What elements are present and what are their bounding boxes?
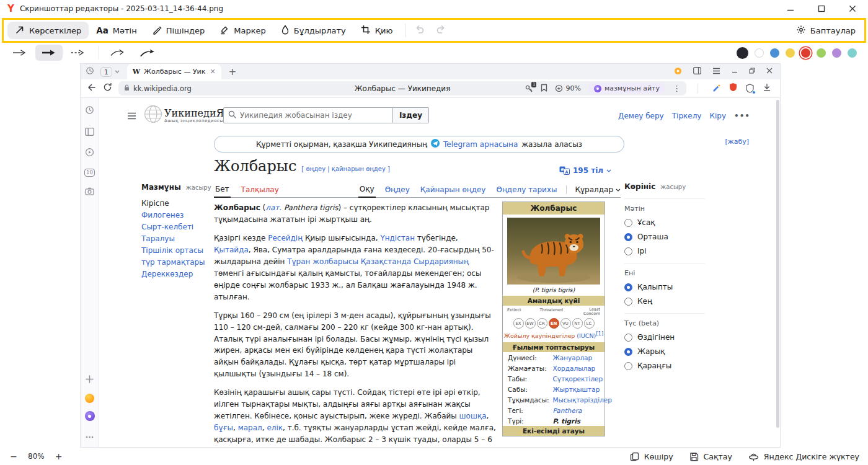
redo-button[interactable] (435, 24, 446, 37)
color-swatch-black[interactable] (737, 47, 748, 59)
tab-read[interactable]: Оқу (358, 185, 376, 198)
tab-edit[interactable]: Өңдеу (384, 185, 411, 197)
browser-close-icon[interactable] (766, 68, 773, 76)
settings-button[interactable]: Баптаулар (796, 25, 861, 37)
sidebar-panels-icon[interactable] (85, 126, 94, 138)
tab-count-badge[interactable]: 10 (84, 169, 95, 177)
color-swatch-red[interactable] (801, 48, 810, 58)
color-swatch-blue[interactable] (770, 48, 779, 58)
arrow-style-curved[interactable] (104, 45, 131, 61)
play-circle-icon[interactable] (85, 148, 94, 159)
toc-item[interactable]: Кіріспе (141, 198, 206, 210)
donate-link[interactable]: Демеу беру (618, 112, 664, 120)
status-ref[interactable]: [1] (596, 330, 603, 337)
radio-option[interactable]: Ұсақ (624, 218, 705, 227)
maximize-button[interactable] (817, 4, 826, 13)
wikipedia-logo[interactable] (144, 105, 162, 125)
tab-close-icon[interactable]: ✕ (210, 68, 215, 76)
arrow-style-tapered[interactable] (133, 45, 161, 61)
tiger-image[interactable] (507, 217, 600, 285)
toc-item[interactable]: Таралуы (141, 233, 206, 245)
language-selector[interactable]: ӘA 195 тіл (559, 166, 611, 175)
search-input-wrap[interactable] (223, 107, 393, 123)
upload-to-disk-button[interactable]: Яндекс Дискіге жүктеу (748, 452, 859, 461)
alice-assistant-icon[interactable] (85, 411, 95, 421)
title-edit-links[interactable]: [ өңдеу | қайнарын өңдеу ] (301, 166, 390, 172)
minimize-button[interactable] (786, 4, 795, 13)
scrollbar-thumb[interactable] (776, 100, 779, 428)
bookmark-icon[interactable] (541, 84, 547, 94)
toc-item[interactable]: түр тармақтары (141, 257, 206, 268)
radio-option[interactable]: Ірі (624, 247, 705, 255)
iucn-link[interactable]: (IUCN) (577, 332, 596, 339)
url-bar[interactable]: kk.wikipedia.org Жолбарыс — Уикипедия 1 … (118, 81, 686, 95)
color-swatch-yellow[interactable] (786, 48, 795, 58)
color-swatch-white[interactable] (755, 48, 764, 58)
new-tab-button[interactable]: + (229, 66, 237, 78)
editor-canvas[interactable]: 1 W Жолбарыс — Уикипед... ✕ + (0, 63, 868, 448)
page-scrollbar[interactable] (775, 98, 780, 447)
history-icon[interactable] (85, 105, 94, 117)
refresh-icon[interactable] (103, 82, 112, 94)
banner-close-link[interactable]: [жабу] (725, 138, 749, 146)
back-icon[interactable] (87, 82, 97, 95)
color-swatch-green[interactable] (817, 48, 826, 58)
more-options-icon[interactable]: ⋮ (673, 84, 681, 93)
add-icon[interactable] (86, 374, 94, 386)
toc-hide-link[interactable]: жасыру (186, 184, 211, 191)
toc-item[interactable]: Филогенез (141, 210, 206, 221)
zoom-in-button[interactable]: + (54, 451, 64, 461)
browser-restore-icon[interactable] (749, 68, 755, 76)
color-swatch-purple[interactable] (832, 48, 841, 58)
edit-pen-icon[interactable] (712, 82, 720, 94)
history-clock-icon[interactable] (86, 66, 94, 77)
tool-blur-button[interactable]: Бұлдырлату (273, 22, 353, 39)
toc-item[interactable]: Сырт-келбеті (141, 221, 206, 233)
tab-edit-source[interactable]: Қайнарын өңдеу (419, 185, 487, 197)
arrow-style-straight[interactable] (6, 45, 33, 61)
tool-text-button[interactable]: Аа Мәтін (89, 22, 144, 39)
search-input[interactable] (240, 111, 388, 120)
close-button[interactable] (848, 4, 857, 13)
key-icon[interactable]: 1 (525, 84, 533, 93)
browser-minimize-icon[interactable] (732, 68, 738, 76)
tool-arrows-button[interactable]: Көрсеткілер (7, 22, 89, 39)
tab-counter[interactable]: 1 (100, 67, 120, 77)
screenshot-camera-icon[interactable] (85, 186, 94, 198)
radio-option[interactable]: Жарық (624, 347, 705, 356)
search-button[interactable]: Іздеу (393, 107, 429, 123)
tab-tools[interactable]: Құралдар (575, 185, 621, 197)
protect-shield-icon[interactable] (746, 84, 754, 93)
hamburger-menu-icon[interactable] (127, 112, 136, 122)
zoom-indicator[interactable]: 90% (555, 84, 580, 92)
wikipedia-wordmark[interactable]: УикипедиЯ Ашық энциклопедиясы (164, 108, 224, 123)
adblock-shield-icon[interactable] (729, 82, 737, 94)
radio-option[interactable]: Өздігінен (624, 333, 705, 342)
browser-tab-active[interactable]: W Жолбарыс — Уикипед... ✕ (127, 64, 221, 79)
save-button[interactable]: Сақтау (689, 452, 732, 461)
tab-page[interactable]: Бет (214, 185, 231, 198)
copy-button[interactable]: Көшіру (630, 452, 673, 461)
radio-option[interactable]: Қалыпты (624, 283, 705, 291)
zoom-out-button[interactable]: − (9, 451, 19, 461)
browser-menu-icon[interactable] (712, 68, 720, 76)
radio-option[interactable]: Кең (624, 297, 705, 306)
read-aloud-button[interactable]: мазмұнын айту (588, 83, 665, 94)
rail-more-icon[interactable] (86, 429, 94, 441)
panel-icon[interactable] (693, 67, 701, 76)
tool-shapes-button[interactable]: Пішіндер (144, 22, 213, 39)
color-swatch-cyan[interactable] (848, 48, 857, 58)
tab-talk[interactable]: Талқылау (240, 185, 280, 197)
collections-icon[interactable] (674, 67, 682, 77)
undo-button[interactable] (414, 24, 425, 37)
toc-item[interactable]: Дереккөздер (141, 268, 206, 280)
appearance-hide-link[interactable]: жасыру (660, 184, 686, 190)
status-link[interactable]: Жойылу қаупіндегілер (504, 332, 575, 339)
arrow-style-straight-bold[interactable] (35, 45, 63, 61)
tool-marker-button[interactable]: Маркер (212, 22, 273, 39)
radio-option[interactable]: Орташа (624, 232, 705, 241)
telegram-link[interactable]: Telegram арнасына (443, 140, 518, 149)
register-link[interactable]: Тіркелу (672, 112, 702, 120)
login-link[interactable]: Кіру (709, 112, 726, 120)
tab-history[interactable]: Өңделу тарихы (495, 185, 558, 197)
